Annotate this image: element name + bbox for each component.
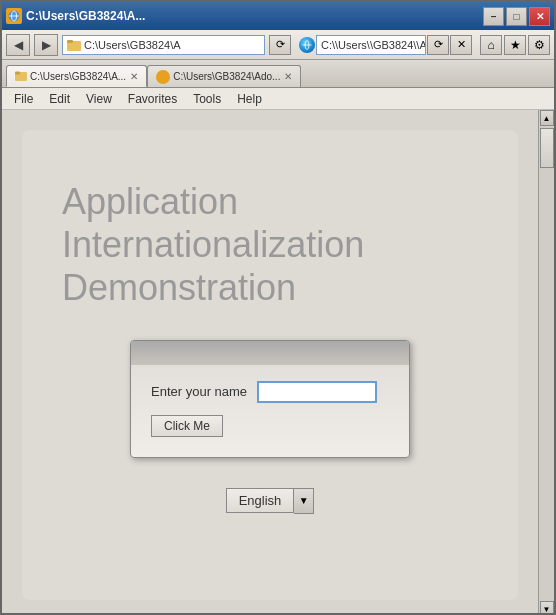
folder-icon <box>67 38 81 52</box>
scrollbar: ▲ ▼ <box>538 110 554 615</box>
click-me-button[interactable]: Click Me <box>151 415 223 437</box>
title-bar-buttons: – □ ✕ <box>483 7 550 26</box>
browser-main: Application Internationalization Demonst… <box>2 110 554 615</box>
tab-2-label: C:\Users\GB3824\Ado... <box>173 71 280 82</box>
title-bar: C:\Users\GB3824\A... – □ ✕ <box>2 2 554 30</box>
dialog-label: Enter your name <box>151 384 247 399</box>
scroll-up-button[interactable]: ▲ <box>540 110 554 126</box>
back-button[interactable]: ◀ <box>6 34 30 56</box>
maximize-button[interactable]: □ <box>506 7 527 26</box>
refresh-button-2[interactable]: ⟳ <box>427 35 449 55</box>
second-address-group: C:\\Users\\GB3824\\Ado... ⟳ ✕ <box>299 35 472 55</box>
menu-file[interactable]: File <box>6 90 41 108</box>
go-button[interactable]: ✕ <box>450 35 472 55</box>
right-toolbar-buttons: ⌂ ★ ⚙ <box>480 35 550 55</box>
address-text-1: C:\Users\GB3824\A <box>84 39 181 51</box>
forward-button[interactable]: ▶ <box>34 34 58 56</box>
close-button[interactable]: ✕ <box>529 7 550 26</box>
menu-tools[interactable]: Tools <box>185 90 229 108</box>
tab-bar: C:\Users\GB3824\A... ✕ C:\Users\GB3824\A… <box>2 60 554 88</box>
dialog-form-row: Enter your name <box>151 381 389 403</box>
menu-edit[interactable]: Edit <box>41 90 78 108</box>
ie-logo-small <box>299 37 315 53</box>
name-input[interactable] <box>257 381 377 403</box>
menu-bar: File Edit View Favorites Tools Help <box>2 88 554 110</box>
home-button[interactable]: ⌂ <box>480 35 502 55</box>
dialog-box: Enter your name Click Me <box>130 340 410 458</box>
browser-content: Application Internationalization Demonst… <box>2 110 538 615</box>
dialog-button-row: Click Me <box>151 415 389 437</box>
favorites-button[interactable]: ★ <box>504 35 526 55</box>
app-title-line1: Application <box>62 180 364 223</box>
language-selector: English ▼ <box>226 488 315 514</box>
title-bar-text: C:\Users\GB3824\A... <box>26 9 145 23</box>
menu-help[interactable]: Help <box>229 90 270 108</box>
page-area: Application Internationalization Demonst… <box>22 130 518 600</box>
tab-1[interactable]: C:\Users\GB3824\A... ✕ <box>6 65 147 87</box>
browser-window: C:\Users\GB3824\A... – □ ✕ ◀ ▶ C:\Users\… <box>0 0 556 615</box>
address-text-2: C:\\Users\\GB3824\\Ado... <box>321 39 426 51</box>
scroll-thumb[interactable] <box>540 128 554 168</box>
language-button[interactable]: English <box>226 488 295 513</box>
svg-rect-8 <box>15 72 20 75</box>
menu-view[interactable]: View <box>78 90 120 108</box>
language-dropdown-arrow[interactable]: ▼ <box>294 488 314 514</box>
refresh-button-1[interactable]: ⟳ <box>269 35 291 55</box>
app-title-line2: Internationalization <box>62 223 364 266</box>
app-title-line3: Demonstration <box>62 266 364 309</box>
tab2-ie-icon <box>156 70 170 84</box>
svg-rect-4 <box>67 40 73 43</box>
scroll-down-button[interactable]: ▼ <box>540 601 554 615</box>
minimize-button[interactable]: – <box>483 7 504 26</box>
address-bar-2[interactable]: C:\\Users\\GB3824\\Ado... <box>316 35 426 55</box>
tab-2-close[interactable]: ✕ <box>284 71 292 82</box>
title-bar-left: C:\Users\GB3824\A... <box>6 8 145 24</box>
tab1-icon <box>15 70 27 82</box>
settings-button[interactable]: ⚙ <box>528 35 550 55</box>
address-bar-1[interactable]: C:\Users\GB3824\A <box>62 35 265 55</box>
dialog-title-bar <box>131 341 409 365</box>
nav-toolbar: ◀ ▶ C:\Users\GB3824\A ⟳ C:\\Users\\GB382… <box>2 30 554 60</box>
tab-1-label: C:\Users\GB3824\A... <box>30 71 126 82</box>
ie-icon <box>6 8 22 24</box>
app-title: Application Internationalization Demonst… <box>62 180 364 310</box>
menu-favorites[interactable]: Favorites <box>120 90 185 108</box>
tab-1-close[interactable]: ✕ <box>130 71 138 82</box>
tab-2[interactable]: C:\Users\GB3824\Ado... ✕ <box>147 65 301 87</box>
